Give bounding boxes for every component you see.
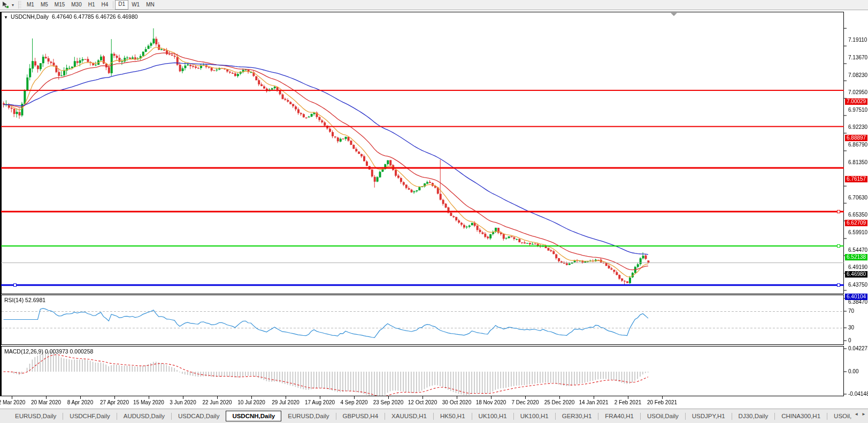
period-button-d1[interactable]: D1 — [115, 0, 128, 10]
macd-main-value: 0.003973 — [45, 348, 68, 355]
chart-tab-usdcnh-daily[interactable]: USDCNH,Daily — [226, 411, 281, 421]
date-tick-label: 8 Apr 2020 — [67, 399, 93, 405]
date-tick-label: 23 Sep 2020 — [373, 399, 404, 405]
symbol-dropdown-icon[interactable]: ▼ — [4, 15, 8, 20]
chart-tab-eurusd-daily[interactable]: EURUSD,Daily — [281, 411, 335, 421]
chart-tab-bar: EURUSD,DailyUSDCHF,DailyAUDUSD,DailyUSDC… — [0, 409, 868, 423]
price-tick-label: 7.08230 — [848, 72, 867, 78]
price-tick-label: 7.19110 — [848, 37, 867, 43]
ohlc-close: 6.46980 — [118, 13, 138, 20]
macd-name: MACD(12,26,9) — [4, 348, 43, 355]
rsi-tick-label: 30 — [848, 325, 854, 330]
toolbar-separator — [113, 1, 113, 9]
price-tick-label: 6.65350 — [848, 212, 867, 218]
price-line-badge: 7.00029 — [845, 98, 867, 105]
tab-scroll-left-icon[interactable]: ◄ — [854, 412, 858, 417]
date-tick-label: 12 Oct 2020 — [408, 399, 437, 405]
price-tick-label: 7.02950 — [848, 89, 867, 95]
chart-tab-usoil-[interactable]: USOil, — [827, 411, 858, 421]
date-tick-label: 18 Nov 2020 — [476, 399, 506, 405]
chart-tab-fra40-h1[interactable]: FRA40,H1 — [598, 411, 640, 421]
period-button-w1[interactable]: W1 — [128, 1, 143, 9]
chart-tab-xauusd-h1[interactable]: XAUUSD,H1 — [385, 411, 433, 421]
date-tick-label: 4 Sep 2020 — [340, 399, 367, 405]
chart-tab-usoil-daily[interactable]: USOil,Daily — [641, 411, 685, 421]
rsi-name: RSI(14) — [4, 297, 24, 303]
price-line-badge: 6.40104 — [845, 294, 867, 300]
date-tick-label: 15 May 2020 — [133, 399, 164, 405]
chart-tab-audusd-daily[interactable]: AUDUSD,Daily — [117, 411, 171, 421]
date-tick-label: 27 Apr 2020 — [100, 399, 129, 405]
macd-tick-label: 0.00 — [848, 368, 858, 374]
date-tick-label: 25 Dec 2020 — [544, 399, 575, 405]
date-tick-label: 20 Mar 2020 — [31, 399, 61, 405]
rsi-value: 52.6981 — [25, 297, 45, 303]
rsi-tick-label: 0 — [848, 337, 851, 343]
price-tick-label: 7.13670 — [848, 55, 867, 60]
period-button-h4[interactable]: H4 — [98, 1, 112, 9]
period-button-m30[interactable]: M30 — [68, 1, 85, 9]
date-tick-label: 29 Jul 2020 — [272, 399, 299, 405]
date-tick-label: 14 Jan 2021 — [579, 399, 608, 405]
price-line-badge: 6.46980 — [845, 271, 867, 278]
price-line-badge: 6.62709 — [845, 220, 867, 226]
rsi-label: RSI(14) 52.6981 — [4, 297, 45, 303]
toolbar-grip[interactable] — [18, 1, 21, 9]
date-tick-label: 22 Jun 2020 — [202, 399, 232, 405]
price-tick-label: 6.54470 — [848, 247, 867, 253]
period-button-m1[interactable]: M1 — [24, 1, 37, 9]
chart-tab-hk50-h1[interactable]: HK50,H1 — [434, 411, 472, 421]
price-line-badge: 6.76157 — [845, 176, 867, 182]
chart-tab-usdjpy-h1[interactable]: USDJPY,H1 — [686, 411, 732, 421]
price-line-badge: 6.88897 — [845, 135, 867, 141]
period-button-m5[interactable]: M5 — [37, 1, 51, 9]
date-tick-label: 17 Aug 2020 — [305, 399, 335, 405]
chevron-down-icon[interactable]: ▾ — [11, 3, 16, 7]
rsi-tick-label: 70 — [848, 308, 854, 314]
macd-tick-label: 0.042275 — [848, 345, 868, 351]
period-toolbar: M1M5M15M30H1H4D1W1MN — [24, 0, 158, 10]
tab-scroll-right-icon[interactable]: ► — [862, 412, 866, 417]
chart-tab-usdchf-daily[interactable]: USDCHF,Daily — [63, 411, 116, 421]
ohlc-low: 6.46726 — [96, 13, 116, 20]
chart-cursor-icon[interactable] — [0, 1, 11, 9]
chart-tab-uk100-h1[interactable]: UK100,H1 — [514, 411, 555, 421]
price-tick-label: 6.59910 — [848, 229, 867, 235]
date-tick-label: 30 Oct 2020 — [442, 399, 471, 405]
mt4-window: { "toolbar": { "cursor_icon": "chart-cur… — [0, 0, 868, 423]
date-axis[interactable]: 2 Mar 202020 Mar 20208 Apr 202027 Apr 20… — [0, 396, 844, 408]
period-button-m15[interactable]: M15 — [51, 1, 68, 9]
date-tick-label: 3 Jun 2020 — [170, 399, 196, 405]
ohlc-open: 6.47640 — [52, 13, 72, 20]
price-tick-label: 6.49190 — [848, 264, 867, 270]
period-button-h1[interactable]: H1 — [85, 1, 98, 9]
date-tick-label: 7 Dec 2020 — [511, 399, 539, 405]
macd-label: MACD(12,26,9) 0.003973 0.000258 — [4, 348, 93, 355]
price-tick-label: 6.97510 — [848, 107, 867, 113]
price-line-badge: 6.52138 — [845, 254, 867, 260]
date-tick-label: 20 Feb 2021 — [647, 399, 677, 405]
date-tick-label: 2 Mar 2020 — [0, 399, 25, 405]
period-button-mn[interactable]: MN — [143, 1, 158, 9]
chart-tab-usdcad-daily[interactable]: USDCAD,Daily — [172, 411, 226, 421]
price-tick-label: 6.86790 — [848, 142, 867, 148]
price-tick-label: 6.70630 — [848, 195, 867, 201]
price-tick-label: 6.81350 — [848, 159, 867, 165]
ohlc-high: 6.47785 — [74, 13, 94, 20]
chart-tab-china300-h1[interactable]: CHINA300,H1 — [775, 411, 827, 421]
chart-tab-dj30-daily[interactable]: DJ30,Daily — [732, 411, 775, 421]
date-tick-label: 2 Feb 2021 — [614, 399, 642, 405]
symbol-name: USDCNH,Daily — [11, 13, 49, 20]
price-tick-label: 6.43750 — [848, 282, 867, 288]
chart-tab-eurusd-daily[interactable]: EURUSD,Daily — [9, 411, 63, 421]
date-tick-label: 10 Jul 2020 — [237, 399, 265, 405]
tab-scroll-buttons: ◄ ► — [854, 412, 866, 417]
macd-tick-label: -0.04148 — [848, 391, 868, 397]
chart-canvas[interactable] — [0, 0, 868, 423]
chart-tab-ger30-h1[interactable]: GER30,H1 — [556, 411, 598, 421]
price-axis[interactable]: 7.191107.136707.082307.029506.975106.922… — [844, 12, 868, 396]
chart-tab-uk100-h1[interactable]: UK100,H1 — [472, 411, 513, 421]
chart-tab-gbpusd-h4[interactable]: GBPUSD,H4 — [336, 411, 385, 421]
macd-signal-value: 0.000258 — [70, 348, 94, 355]
chart-title: ▼USDCNH,Daily 6.47640 6.47785 6.46726 6.… — [4, 13, 138, 20]
